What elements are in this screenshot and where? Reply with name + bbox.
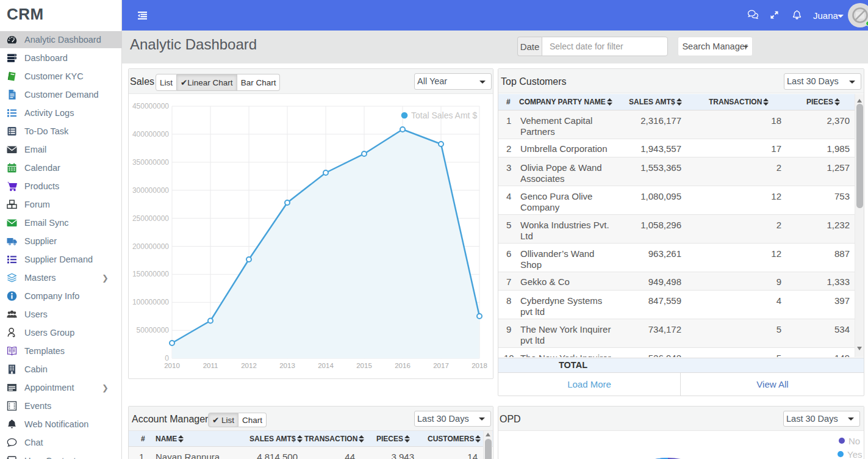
svg-text:350000000: 350000000 [132, 158, 169, 167]
svg-text:2013: 2013 [279, 362, 295, 369]
svg-text:2018: 2018 [472, 362, 487, 369]
svg-text:2015: 2015 [356, 362, 372, 369]
svg-text:2016: 2016 [395, 362, 411, 369]
svg-text:2012: 2012 [241, 362, 257, 369]
svg-text:2010: 2010 [164, 362, 180, 369]
svg-text:100000000: 100000000 [132, 298, 169, 306]
svg-text:Total Sales Amt $: Total Sales Amt $ [411, 110, 477, 120]
svg-text:150000000: 150000000 [132, 270, 169, 278]
svg-text:400000000: 400000000 [132, 130, 169, 139]
svg-text:250000000: 250000000 [132, 214, 169, 223]
svg-text:2014: 2014 [318, 362, 334, 369]
svg-text:450000000: 450000000 [132, 102, 169, 110]
svg-text:2017: 2017 [433, 362, 449, 369]
svg-text:0: 0 [165, 354, 169, 363]
svg-text:2011: 2011 [203, 362, 218, 369]
svg-text:300000000: 300000000 [132, 186, 169, 195]
svg-text:50000000: 50000000 [137, 326, 170, 334]
svg-text:200000000: 200000000 [132, 242, 169, 251]
